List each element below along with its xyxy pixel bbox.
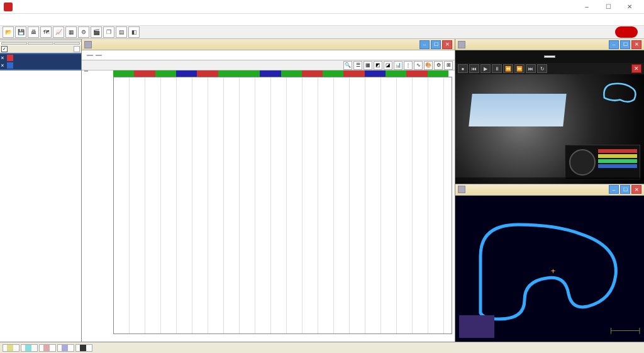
tool-map-icon[interactable]: 🗺 [40,26,52,38]
menu-view[interactable] [20,19,28,20]
measures-list[interactable] [0,70,81,342]
tool-misc-icon[interactable]: ◧ [128,26,140,38]
graph-toolbar: 🔍 ☰ ▦ ◩ ◪ 📊 ⋮ ∿ 🎨 ⚙ ⊞ [82,60,455,70]
right-column: – ☐ ✕ ● ⏮ ▶ ⏸ ⏪ ⏩ ⏭ ↻ [455,39,644,342]
movie-stop-button[interactable]: ✕ [631,64,641,73]
menubar [0,14,644,25]
sidebar-tab-laps[interactable] [28,42,53,45]
tool-save-icon[interactable]: 💾 [15,26,26,38]
sidebar-tab-userprofiles[interactable] [54,42,80,45]
stepback-icon[interactable]: ⏪ [503,64,513,73]
pause-icon[interactable]: ⏸ [492,64,502,73]
btab-measures[interactable] [39,344,56,352]
movie-close-button[interactable]: ✕ [631,40,641,49]
gps-icon [458,186,465,193]
gps-north-indicator [459,315,494,338]
main-toolbar: 📂 💾 🖶 🗺 📈 ▦ ⚙ 🎬 ❐ ▤ ◧ [0,25,644,39]
menu-help[interactable] [82,19,89,20]
btab-lapmgr[interactable] [21,344,38,352]
sector-colorbar [113,70,448,77]
movie-controls: ● ⏮ ▶ ⏸ ⏪ ⏩ ⏭ ↻ ✕ [455,63,644,74]
menu-options[interactable] [47,19,54,20]
gps-min-button[interactable]: – [609,185,619,194]
tool-tile-icon[interactable]: ▤ [116,26,127,38]
minimize-button[interactable]: – [576,1,597,13]
gtool-cog-icon[interactable]: ⚙ [434,61,443,70]
graph-close-button[interactable]: ✕ [442,40,452,49]
swatch-blue-icon [7,62,13,69]
gtool-misc2-icon[interactable]: ◪ [384,61,392,70]
sidebar: ✓ × × [0,39,82,342]
compare-tab-1[interactable] [87,55,93,56]
stepfwd-icon[interactable]: ⏩ [514,64,525,73]
rec-icon[interactable]: ● [458,64,468,73]
gtool-settings-icon[interactable]: ☰ [353,61,362,70]
movie-body: ● ⏮ ▶ ⏸ ⏪ ⏩ ⏭ ↻ ✕ [455,50,644,184]
graph-min-button[interactable]: – [419,40,430,49]
swatch-red-icon [7,55,13,61]
gps-scale: ├───────┤ [609,328,641,339]
prev-icon[interactable]: ⏮ [469,64,479,73]
play-icon[interactable]: ▶ [480,64,491,73]
compare-tab-2[interactable] [96,55,102,56]
maximize-button[interactable]: ☐ [597,1,619,13]
movie-panel-titlebar: – ☐ ✕ [455,39,644,50]
graph-icon [84,41,92,48]
tool-chart-icon[interactable]: 📈 [53,26,64,38]
next-icon[interactable]: ⏭ [526,64,536,73]
menu-gps[interactable] [55,19,63,20]
overlay-track-icon [600,78,640,106]
sidebar-tab-measures[interactable] [1,42,27,45]
btab-gps[interactable] [57,344,74,352]
test-item-1[interactable]: × [0,54,81,62]
menu-map[interactable] [29,19,36,20]
load-movie-button[interactable] [544,55,555,58]
sort-channels-button[interactable] [74,46,80,52]
distance-base-label [84,70,88,72]
movie-max-button[interactable]: ☐ [620,40,630,49]
gtool-line-icon[interactable]: ∿ [414,61,423,70]
gps-close-button[interactable]: ✕ [631,185,641,194]
overlay-gauges [565,145,640,180]
graph-area[interactable] [82,70,455,342]
test-item-2[interactable]: × [0,62,81,69]
aim-logo [615,26,638,38]
titlebar: – ☐ ✕ [0,0,644,14]
svg-text:+: + [551,267,555,276]
tool-gear-icon[interactable]: ⚙ [78,26,89,38]
tool-table-icon[interactable]: ▦ [65,26,77,38]
menu-modify[interactable] [38,19,45,20]
graph-panel: – ☐ ✕ 🔍 ☰ ▦ ◩ ◪ 📊 ⋮ ∿ 🎨 ⚙ ⊞ [82,39,455,342]
loop-icon[interactable]: ↻ [537,64,547,73]
tool-print-icon[interactable]: 🖶 [28,26,39,38]
menu-data[interactable] [11,19,19,20]
menu-window[interactable] [73,19,80,20]
menu-racestudio[interactable] [64,19,72,20]
graph-panel-titlebar: – ☐ ✕ [82,39,455,50]
btab-testdb[interactable] [3,344,19,352]
close-button[interactable]: ✕ [619,1,640,13]
gps-map[interactable]: + ├───────┤ [455,196,644,342]
graph-max-button[interactable]: ☐ [431,40,441,49]
perlap-checkbox[interactable]: ✓ [1,46,8,52]
gtool-chart-icon[interactable]: 📊 [394,61,402,70]
tool-cascade-icon[interactable]: ❐ [103,26,114,38]
bottom-tabs [0,342,644,353]
movie-viewport[interactable] [455,74,644,184]
gps-panel-titlebar: – ☐ ✕ [455,184,644,196]
gtool-zoom-icon[interactable]: 🔍 [343,61,352,70]
menu-file[interactable] [3,19,10,20]
btab-movie[interactable] [75,344,92,352]
tool-open-icon[interactable]: 📂 [3,26,14,38]
gtool-grid-icon[interactable]: ▦ [364,61,372,70]
gtool-xy-icon[interactable]: ⊞ [444,61,453,70]
x-axis [113,335,452,342]
movie-min-button[interactable]: – [609,40,619,49]
gtool-palette-icon[interactable]: 🎨 [424,61,433,70]
gtool-misc1-icon[interactable]: ◩ [374,61,382,70]
app-icon [4,3,13,11]
gps-max-button[interactable]: ☐ [620,185,630,194]
tool-movie-icon[interactable]: 🎬 [91,26,102,38]
movie-icon [458,41,465,48]
gtool-sep-icon[interactable]: ⋮ [404,61,413,70]
